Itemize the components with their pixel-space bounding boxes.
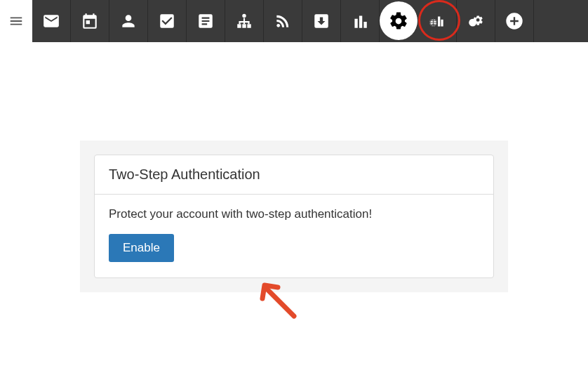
svg-point-0 bbox=[242, 14, 246, 18]
mail-icon bbox=[42, 12, 60, 30]
svg-rect-6 bbox=[438, 17, 440, 27]
nav-spacer bbox=[534, 0, 588, 42]
download-box-icon bbox=[312, 12, 330, 30]
bar-chart-icon bbox=[351, 12, 369, 30]
content-area: Two-Step Authentication Protect your acc… bbox=[0, 42, 588, 292]
add-circle-icon bbox=[505, 11, 524, 31]
nav-notes[interactable] bbox=[187, 0, 225, 42]
nav-tasks[interactable] bbox=[148, 0, 187, 42]
nav-download[interactable] bbox=[302, 0, 341, 42]
nav-mail[interactable] bbox=[32, 0, 71, 42]
nav-bar bbox=[32, 0, 588, 42]
settings-panel: Two-Step Authentication Protect your acc… bbox=[80, 141, 508, 292]
topbar bbox=[0, 0, 588, 42]
nav-settings[interactable] bbox=[380, 1, 418, 40]
nav-org[interactable] bbox=[225, 0, 264, 42]
nav-calendar[interactable] bbox=[71, 0, 109, 42]
red-arrow-annotation bbox=[255, 277, 312, 334]
nav-contacts[interactable] bbox=[109, 0, 148, 42]
gear-icon bbox=[388, 11, 409, 32]
calendar-icon bbox=[81, 12, 99, 30]
document-icon bbox=[196, 12, 215, 30]
nav-feeds[interactable] bbox=[264, 0, 302, 42]
svg-rect-1 bbox=[237, 24, 241, 27]
nav-stats[interactable] bbox=[341, 0, 380, 42]
nav-web-settings[interactable] bbox=[457, 0, 495, 42]
two-step-card: Two-Step Authentication Protect your acc… bbox=[94, 155, 494, 278]
hamburger-button[interactable] bbox=[0, 0, 32, 42]
rss-icon bbox=[274, 12, 292, 30]
person-icon bbox=[119, 12, 138, 30]
nav-web-stats[interactable] bbox=[418, 0, 457, 42]
hierarchy-icon bbox=[235, 12, 253, 30]
card-body: Protect your account with two-step authe… bbox=[95, 195, 493, 277]
checkbox-icon bbox=[158, 12, 176, 30]
globe-chart-icon bbox=[428, 12, 446, 30]
enable-button[interactable]: Enable bbox=[109, 234, 174, 262]
card-description: Protect your account with two-step authe… bbox=[109, 207, 479, 221]
globe-gear-icon bbox=[467, 12, 485, 30]
svg-point-4 bbox=[276, 24, 280, 27]
nav-add[interactable] bbox=[495, 0, 534, 42]
card-title: Two-Step Authentication bbox=[95, 155, 493, 195]
svg-rect-2 bbox=[242, 24, 246, 27]
svg-rect-3 bbox=[247, 24, 250, 27]
svg-rect-7 bbox=[441, 20, 443, 27]
hamburger-icon bbox=[8, 13, 24, 29]
